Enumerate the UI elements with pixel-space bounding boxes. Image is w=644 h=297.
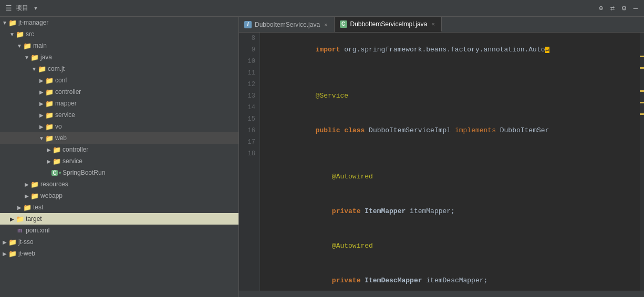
sidebar-item-controller[interactable]: 📁 controller bbox=[0, 86, 238, 98]
label-webapp: webapp bbox=[40, 192, 63, 199]
arrow-web-controller bbox=[45, 147, 53, 153]
label-mapper: mapper bbox=[55, 100, 77, 107]
toolbar-label: 项目 bbox=[16, 4, 28, 13]
marker-bar bbox=[640, 33, 644, 291]
editor-area: I DubboItemService.java × C DubboItemSer… bbox=[239, 17, 644, 297]
sidebar-item-web-service[interactable]: 📁 service bbox=[0, 155, 238, 167]
sidebar-item-springbootrun[interactable]: C ✦ SpringBootRun bbox=[0, 167, 238, 178]
label-src: src bbox=[26, 30, 34, 38]
folder-icon-web: 📁 bbox=[45, 134, 54, 142]
folder-icon-test: 📁 bbox=[23, 203, 32, 211]
sidebar-item-webapp[interactable]: 📁 webapp bbox=[0, 190, 238, 201]
label-web-controller: controller bbox=[63, 146, 88, 153]
sidebar-item-jt-sso[interactable]: 📁 jt-sso bbox=[0, 236, 238, 248]
code-lines[interactable]: import org.springframework.beans.factory… bbox=[260, 33, 640, 291]
label-jt-web: jt-web bbox=[18, 250, 35, 257]
arrow-web-service bbox=[45, 158, 53, 164]
sidebar-item-src[interactable]: 📁 src bbox=[0, 28, 238, 40]
xml-icon: m bbox=[16, 226, 24, 235]
tab-DubboItemServiceImpl[interactable]: C DubboItemServiceImpl.java × bbox=[335, 17, 442, 32]
sidebar-item-main[interactable]: 📁 main bbox=[0, 40, 238, 51]
folder-icon-webapp: 📁 bbox=[30, 192, 39, 200]
arrow-jt-manager bbox=[1, 20, 8, 26]
sidebar-item-service[interactable]: 📁 service bbox=[0, 109, 238, 121]
folder-icon: 📁 bbox=[8, 18, 17, 27]
label-target: target bbox=[26, 215, 42, 222]
marker-3 bbox=[640, 90, 644, 92]
folder-icon-conf: 📁 bbox=[45, 76, 54, 84]
arrow-resources bbox=[23, 182, 30, 187]
code-line-10: @Service bbox=[266, 79, 633, 113]
code-line-13: @Autowired bbox=[266, 160, 633, 194]
code-line-15: @Autowired bbox=[266, 229, 633, 263]
sync-icon[interactable]: ⇄ bbox=[608, 4, 617, 13]
tabs-bar: I DubboItemService.java × C DubboItemSer… bbox=[239, 17, 644, 33]
arrow-main bbox=[16, 43, 23, 49]
folder-icon-web-controller: 📁 bbox=[53, 145, 61, 154]
folder-icon-src: 📁 bbox=[16, 30, 24, 38]
label-comjt: com.jt bbox=[48, 65, 65, 72]
label-resources: resources bbox=[40, 181, 68, 188]
arrow-webapp bbox=[23, 193, 30, 199]
label-jt-sso: jt-sso bbox=[18, 238, 34, 246]
arrow-pomxml bbox=[8, 228, 16, 234]
toolbar: ☰ 项目 ▾ ⊕ ⇄ ⚙ — bbox=[0, 0, 644, 17]
arrow-controller bbox=[38, 89, 45, 95]
marker-5 bbox=[640, 113, 644, 115]
code-editor[interactable]: 8 9 10 11 12 13 14 15 16 17 18 import bbox=[239, 33, 644, 291]
bottom-scrollbar[interactable] bbox=[239, 291, 644, 297]
sidebar-item-java[interactable]: 📁 java bbox=[0, 51, 238, 63]
sidebar-item-web-controller[interactable]: 📁 controller bbox=[0, 144, 238, 155]
code-content: 8 9 10 11 12 13 14 15 16 17 18 import bbox=[239, 33, 644, 291]
folder-icon-mapper: 📁 bbox=[45, 99, 54, 108]
sidebar-item-jt-web[interactable]: 📁 jt-web bbox=[0, 248, 238, 259]
arrow-jt-web bbox=[1, 251, 8, 257]
sidebar-item-web[interactable]: 📁 web bbox=[0, 132, 238, 144]
settings-icon[interactable]: ⚙ bbox=[620, 4, 628, 13]
dropdown-icon[interactable]: ▾ bbox=[32, 4, 40, 13]
folder-icon-web-service: 📁 bbox=[53, 157, 61, 165]
label-controller: controller bbox=[55, 88, 81, 96]
marker-2 bbox=[640, 67, 644, 69]
line-numbers: 8 9 10 11 12 13 14 15 16 17 18 bbox=[239, 33, 260, 291]
marker-4 bbox=[640, 102, 644, 103]
code-line-16: private ItemDescMapper itemDescMapper; bbox=[266, 263, 633, 291]
label-test: test bbox=[33, 204, 43, 211]
arrow-mapper bbox=[38, 101, 45, 107]
folder-icon-vo: 📁 bbox=[45, 122, 54, 131]
tab-icon-interface: I bbox=[244, 21, 252, 28]
arrow-target bbox=[8, 216, 16, 222]
label-conf: conf bbox=[55, 77, 67, 84]
label-service: service bbox=[55, 111, 75, 119]
folder-icon-target: 📁 bbox=[16, 215, 24, 223]
sidebar-item-pomxml[interactable]: m pom.xml bbox=[0, 225, 238, 236]
arrow-conf bbox=[38, 78, 45, 83]
code-line-11: public class DubboItemServiceImpl implem… bbox=[266, 113, 633, 148]
minimize-icon[interactable]: — bbox=[631, 4, 640, 13]
arrow-comjt bbox=[30, 66, 38, 72]
folder-icon-resources: 📁 bbox=[30, 180, 39, 188]
folder-icon-comjt: 📁 bbox=[38, 65, 46, 73]
code-line-12 bbox=[266, 148, 633, 160]
project-icon: ☰ bbox=[4, 4, 13, 13]
label-java: java bbox=[40, 54, 52, 61]
sidebar-item-resources[interactable]: 📁 resources bbox=[0, 178, 238, 190]
arrow-web bbox=[38, 135, 45, 141]
folder-icon-service: 📁 bbox=[45, 111, 54, 119]
sidebar-item-vo[interactable]: 📁 vo bbox=[0, 121, 238, 132]
sidebar-item-conf[interactable]: 📁 conf bbox=[0, 75, 238, 86]
tab-label-DubboItemService: DubboItemService.java bbox=[255, 21, 320, 28]
tab-close-DubboItemService[interactable]: × bbox=[323, 21, 328, 28]
sidebar-item-jt-manager[interactable]: 📁 jt-manager bbox=[0, 17, 238, 28]
tab-label-DubboItemServiceImpl: DubboItemServiceImpl.java bbox=[350, 20, 428, 28]
sidebar-item-mapper[interactable]: 📁 mapper bbox=[0, 98, 238, 109]
tab-close-DubboItemServiceImpl[interactable]: × bbox=[430, 20, 435, 28]
sidebar-item-target[interactable]: 📁 target bbox=[0, 213, 238, 225]
spring-icon: C ✦ bbox=[53, 168, 61, 177]
label-main: main bbox=[33, 42, 47, 49]
add-icon[interactable]: ⊕ bbox=[597, 4, 605, 13]
sidebar-item-comjt[interactable]: 📁 com.jt bbox=[0, 63, 238, 75]
sidebar-item-test[interactable]: 📁 test bbox=[0, 201, 238, 213]
tab-DubboItemService[interactable]: I DubboItemService.java × bbox=[239, 17, 335, 32]
arrow-test bbox=[16, 205, 23, 210]
